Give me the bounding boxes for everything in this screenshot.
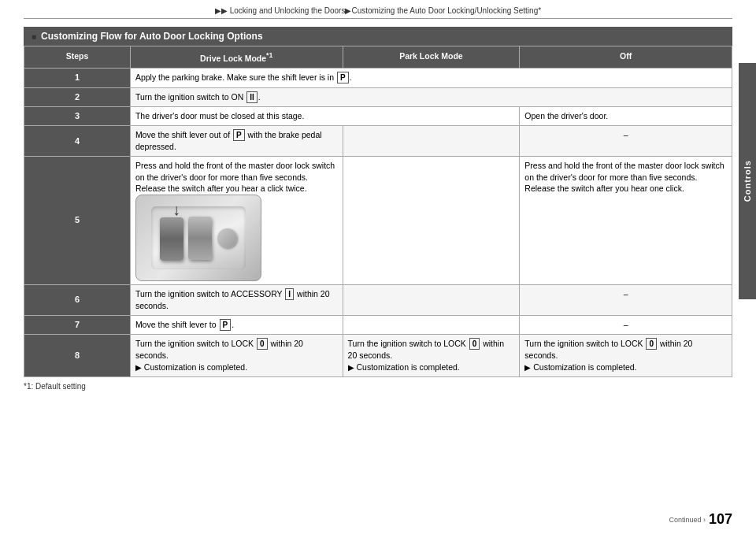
step-off: –	[520, 285, 732, 316]
step-park: Turn the ignition switch to LOCK 0 withi…	[343, 335, 520, 377]
step-content: Turn the ignition switch to ON II.	[130, 87, 732, 106]
step-off: Turn the ignition switch to LOCK 0 withi…	[520, 335, 732, 377]
col-steps: Steps	[24, 46, 131, 69]
step-content: Apply the parking brake. Make sure the s…	[130, 69, 732, 87]
step-off: Press and hold the front of the master d…	[520, 157, 732, 285]
step-drive: Move the shift lever out of P with the b…	[130, 126, 343, 157]
table-row: 3 The driver's door must be closed at th…	[24, 106, 732, 125]
col-park: Park Lock Mode	[343, 46, 520, 69]
door-lock-image: ↓	[135, 195, 261, 281]
table-row: 4 Move the shift lever out of P with the…	[24, 126, 732, 157]
table-header-row: Steps Drive Lock Mode*1 Park Lock Mode O…	[24, 46, 732, 69]
breadcrumb: ▶▶ Locking and Unlocking the Doors▶Custo…	[24, 0, 732, 19]
page-number: 107	[709, 511, 732, 528]
table-row: 5 Press and hold the front of the master…	[24, 157, 732, 285]
step-park	[343, 157, 520, 285]
table-row: 8 Turn the ignition switch to LOCK 0 wit…	[24, 335, 732, 377]
footnote: *1: Default setting	[24, 382, 732, 391]
step-park	[343, 126, 520, 157]
switch-button-left	[160, 217, 183, 261]
step-number: 4	[24, 126, 131, 157]
table-row: 7 Move the shift lever to P. –	[24, 315, 732, 334]
switch-button-right	[188, 217, 212, 260]
step-park	[343, 315, 520, 334]
table-row: 6 Turn the ignition switch to ACCESSORY …	[24, 285, 732, 316]
step-number: 5	[24, 157, 131, 285]
main-content: Customizing Flow for Auto Door Locking O…	[0, 19, 756, 399]
continued-text: Continued ›	[669, 516, 706, 524]
step-number: 7	[24, 315, 131, 334]
page-footer: Continued › 107	[669, 511, 732, 528]
section-title: Customizing Flow for Auto Door Locking O…	[24, 27, 732, 46]
step-number: 2	[24, 87, 131, 106]
switch-circle	[217, 228, 237, 248]
step-park	[343, 285, 520, 316]
step-off: –	[520, 126, 732, 157]
step-number: 3	[24, 106, 131, 125]
instructions-table: Steps Drive Lock Mode*1 Park Lock Mode O…	[24, 46, 732, 377]
step-number: 1	[24, 69, 131, 87]
step-drive-park: The driver's door must be closed at this…	[130, 106, 519, 125]
step-drive: Turn the ignition switch to LOCK 0 withi…	[130, 335, 343, 377]
step-number: 8	[24, 335, 131, 377]
step-drive: Press and hold the front of the master d…	[130, 157, 343, 285]
step-off: –	[520, 315, 732, 334]
step-drive: Move the shift lever to P.	[130, 315, 343, 334]
step-off: Open the driver's door.	[520, 106, 732, 125]
col-off: Off	[520, 46, 732, 69]
table-row: 1 Apply the parking brake. Make sure the…	[24, 69, 732, 87]
step-drive: Turn the ignition switch to ACCESSORY I …	[130, 285, 343, 316]
col-drive: Drive Lock Mode*1	[130, 46, 343, 69]
step-number: 6	[24, 285, 131, 316]
table-row: 2 Turn the ignition switch to ON II.	[24, 87, 732, 106]
